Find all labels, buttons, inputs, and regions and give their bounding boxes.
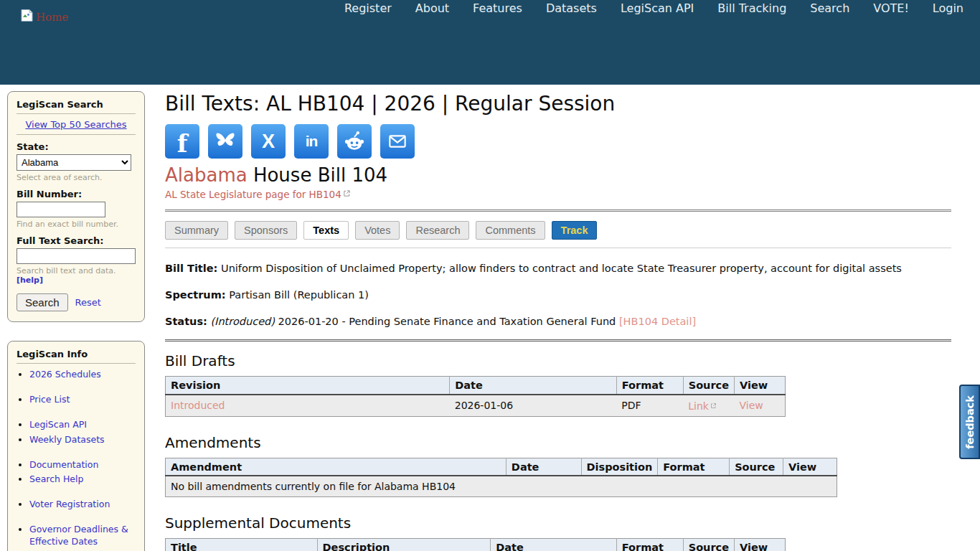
email-icon bbox=[386, 130, 409, 154]
column-format: Format bbox=[616, 377, 683, 395]
info-link-schedules[interactable]: 2026 Schedules bbox=[29, 369, 101, 380]
share-bluesky-button[interactable] bbox=[208, 124, 242, 159]
tab-votes[interactable]: Votes bbox=[355, 221, 400, 240]
column-format: Format bbox=[616, 539, 683, 551]
list-item: Search Help bbox=[29, 474, 136, 486]
share-button-row: f X in bbox=[165, 124, 951, 159]
facebook-icon: f bbox=[177, 129, 188, 158]
list-item: Price List bbox=[29, 394, 136, 406]
spectrum-label: Spectrum: bbox=[165, 289, 226, 301]
tab-track[interactable]: Track bbox=[552, 221, 598, 240]
x-icon: X bbox=[262, 131, 275, 153]
info-link-voter-registration[interactable]: Voter Registration bbox=[29, 499, 110, 509]
full-text-search-input[interactable] bbox=[17, 248, 136, 264]
table-header-row: Amendment Date Disposition Format Source… bbox=[166, 458, 837, 476]
info-link-documentation[interactable]: Documentation bbox=[29, 459, 98, 470]
search-button[interactable]: Search bbox=[17, 293, 68, 311]
state-legislature-link[interactable]: AL State Legislature page for HB104 bbox=[165, 188, 351, 200]
nav-login[interactable]: Login bbox=[933, 1, 963, 15]
top-header-bar: Home Register About Features Datasets Le… bbox=[0, 0, 980, 85]
share-x-button[interactable]: X bbox=[251, 124, 286, 159]
info-link-legiscan-api[interactable]: LegiScan API bbox=[29, 419, 87, 430]
nav-vote[interactable]: VOTE! bbox=[873, 1, 909, 15]
amendments-table: Amendment Date Disposition Format Source… bbox=[165, 458, 837, 498]
status-line: Status: (Introduced) 2026-01-20 - Pendin… bbox=[165, 315, 951, 328]
divider bbox=[17, 113, 136, 114]
feedback-button-label: feedback bbox=[964, 395, 976, 449]
list-item: 2026 Schedules bbox=[29, 369, 136, 381]
search-panel-title: LegiScan Search bbox=[17, 99, 136, 110]
nav-search[interactable]: Search bbox=[810, 1, 849, 15]
page-title: Bill Texts: AL HB104 | 2026 | Regular Se… bbox=[165, 92, 951, 116]
info-link-search-help[interactable]: Search Help bbox=[29, 474, 83, 484]
legiscan-info-panel: LegiScan Info 2026 Schedules Price List … bbox=[7, 341, 145, 551]
spectrum-line: Spectrum: Partisan Bill (Republican 1) bbox=[165, 288, 951, 301]
state-select[interactable]: Alabama bbox=[17, 154, 131, 171]
feedback-button[interactable]: feedback bbox=[959, 385, 980, 459]
full-text-search-label: Full Text Search: bbox=[17, 235, 136, 246]
full-text-hint-text: Search bill text and data. bbox=[17, 266, 116, 276]
column-date: Date bbox=[491, 539, 617, 551]
draft-revision-link[interactable]: Introduced bbox=[171, 400, 225, 411]
state-hint: Select area of search. bbox=[17, 173, 136, 182]
home-label: Home bbox=[36, 11, 68, 24]
column-title: Title bbox=[166, 539, 318, 551]
bill-title-label: Bill Title: bbox=[165, 263, 217, 274]
nav-bill-tracking[interactable]: Bill Tracking bbox=[717, 1, 786, 15]
info-link-governor-deadlines[interactable]: Governor Deadlines & Effective Dates bbox=[29, 524, 128, 547]
bill-number-hint: Find an exact bill number. bbox=[17, 220, 136, 229]
column-revision: Revision bbox=[166, 377, 450, 395]
share-reddit-button[interactable] bbox=[337, 124, 372, 159]
bill-number-input[interactable] bbox=[17, 202, 105, 217]
column-source: Source bbox=[683, 377, 734, 395]
column-date: Date bbox=[450, 377, 617, 395]
legiscan-search-panel: LegiScan Search View Top 50 Searches Sta… bbox=[7, 91, 145, 322]
status-label: Status: bbox=[165, 316, 207, 327]
draft-view-link[interactable]: View bbox=[740, 400, 763, 411]
tab-summary[interactable]: Summary bbox=[165, 221, 228, 240]
amendments-empty-message: No bill amendments currently on file for… bbox=[166, 476, 837, 497]
column-amendment: Amendment bbox=[166, 458, 507, 476]
share-email-button[interactable] bbox=[380, 124, 415, 159]
bill-heading: Alabama House Bill 104 bbox=[165, 164, 951, 186]
state-legislature-link-text: AL State Legislature page for HB104 bbox=[165, 189, 341, 200]
bluesky-icon bbox=[213, 130, 237, 154]
nav-features[interactable]: Features bbox=[473, 1, 522, 15]
list-item: LegiScan API bbox=[29, 419, 136, 431]
help-link[interactable]: [help] bbox=[17, 276, 43, 285]
share-facebook-button[interactable]: f bbox=[165, 124, 199, 159]
full-text-hint: Search bill text and data. [help] bbox=[17, 266, 136, 285]
tab-research[interactable]: Research bbox=[406, 221, 469, 240]
column-source: Source bbox=[683, 539, 734, 551]
view-top-50-searches-link[interactable]: View Top 50 Searches bbox=[17, 119, 136, 130]
bill-number-label: Bill Number: bbox=[17, 189, 136, 199]
info-link-weekly-datasets[interactable]: Weekly Datasets bbox=[29, 434, 105, 445]
tab-texts[interactable]: Texts bbox=[303, 221, 349, 240]
draft-source-link[interactable]: Link bbox=[688, 400, 717, 412]
tab-sponsors[interactable]: Sponsors bbox=[235, 221, 297, 240]
info-link-price-list[interactable]: Price List bbox=[29, 394, 70, 405]
status-text: 2026-01-20 - Pending Senate Finance and … bbox=[278, 316, 616, 327]
broken-image-icon bbox=[20, 9, 34, 25]
column-format: Format bbox=[658, 458, 730, 476]
nav-datasets[interactable]: Datasets bbox=[546, 1, 597, 15]
nav-register[interactable]: Register bbox=[344, 1, 392, 15]
column-disposition: Disposition bbox=[581, 458, 658, 476]
linkedin-icon: in bbox=[306, 133, 318, 150]
left-sidebar: LegiScan Search View Top 50 Searches Sta… bbox=[7, 91, 145, 551]
share-linkedin-button[interactable]: in bbox=[294, 124, 329, 159]
external-link-icon bbox=[343, 188, 351, 199]
draft-date: 2026-01-06 bbox=[450, 395, 617, 417]
home-link[interactable]: Home bbox=[20, 9, 68, 25]
column-view: View bbox=[735, 539, 786, 551]
nav-about[interactable]: About bbox=[415, 1, 449, 15]
hb104-detail-link[interactable]: [HB104 Detail] bbox=[619, 316, 696, 327]
divider bbox=[165, 339, 951, 342]
list-item: Governor Deadlines & Effective Dates bbox=[29, 524, 136, 548]
list-item: Documentation bbox=[29, 459, 136, 471]
reset-link[interactable]: Reset bbox=[75, 297, 101, 308]
tab-comments[interactable]: Comments bbox=[476, 221, 545, 240]
reddit-icon bbox=[342, 129, 367, 154]
column-source: Source bbox=[730, 458, 783, 476]
nav-legiscan-api[interactable]: LegiScan API bbox=[621, 1, 694, 15]
